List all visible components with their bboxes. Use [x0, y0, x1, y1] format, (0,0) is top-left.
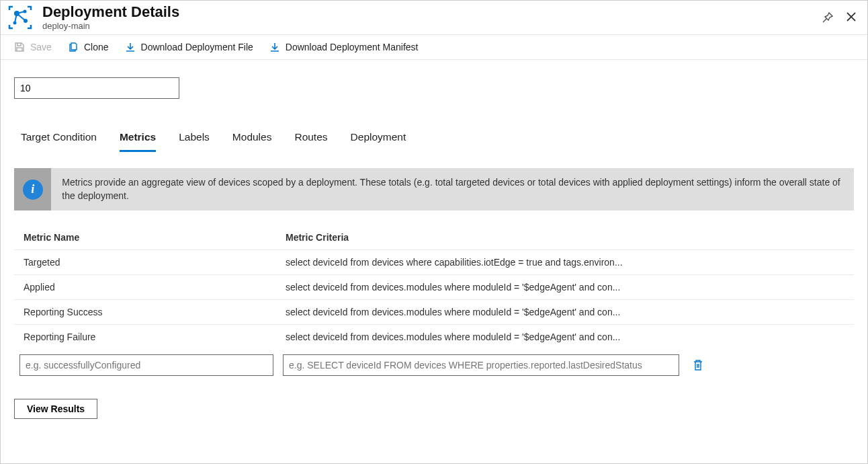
- tab-routes[interactable]: Routes: [294, 131, 327, 152]
- metric-criteria-cell: select deviceId from devices where capab…: [286, 257, 689, 268]
- metric-name-cell: Applied: [24, 282, 286, 293]
- download-icon: [269, 42, 280, 52]
- metric-criteria-input[interactable]: [283, 354, 679, 376]
- page-header: Deployment Details deploy-main: [1, 1, 867, 35]
- tab-bar: Target Condition Metrics Labels Modules …: [14, 131, 854, 152]
- download-icon: [125, 42, 136, 52]
- metric-name-cell: Reporting Success: [24, 307, 286, 317]
- download-file-button[interactable]: Download Deployment File: [125, 42, 253, 52]
- metric-name-cell: Targeted: [24, 257, 286, 268]
- clone-icon: [68, 42, 79, 52]
- download-file-label: Download Deployment File: [141, 42, 253, 52]
- clone-button[interactable]: Clone: [68, 42, 109, 52]
- new-metric-row: [14, 354, 854, 376]
- tab-target-condition[interactable]: Target Condition: [21, 131, 97, 152]
- table-row: Reporting Success select deviceId from d…: [14, 299, 854, 324]
- tab-modules[interactable]: Modules: [232, 131, 272, 152]
- view-results-button[interactable]: View Results: [14, 399, 97, 419]
- app-icon: [6, 3, 34, 32]
- metric-name-input[interactable]: [19, 354, 273, 376]
- info-icon-wrap: i: [14, 168, 51, 210]
- metric-criteria-cell: select deviceId from devices.modules whe…: [286, 307, 689, 317]
- pin-icon[interactable]: [822, 11, 834, 24]
- delete-icon[interactable]: [693, 359, 705, 371]
- download-manifest-button[interactable]: Download Deployment Manifest: [269, 42, 419, 52]
- metric-name-cell: Reporting Failure: [24, 332, 286, 342]
- tab-deployment[interactable]: Deployment: [351, 131, 406, 152]
- table-row: Targeted select deviceId from devices wh…: [14, 249, 854, 274]
- close-icon[interactable]: [846, 11, 858, 24]
- save-icon: [14, 42, 25, 52]
- page-title: Deployment Details: [42, 4, 179, 20]
- table-row: Reporting Failure select deviceId from d…: [14, 324, 854, 349]
- info-icon: i: [23, 180, 43, 200]
- clone-label: Clone: [84, 42, 109, 52]
- header-left: Deployment Details deploy-main: [6, 3, 179, 32]
- save-label: Save: [30, 42, 52, 52]
- toolbar: Save Clone Download Deployment File Down…: [1, 35, 867, 60]
- tab-labels[interactable]: Labels: [179, 131, 210, 152]
- metric-criteria-cell: select deviceId from devices.modules whe…: [286, 282, 689, 293]
- info-text: Metrics provide an aggregate view of dev…: [51, 168, 854, 210]
- page-subtitle: deploy-main: [42, 22, 179, 31]
- content-area[interactable]: Target Condition Metrics Labels Modules …: [1, 68, 867, 463]
- table-header: Metric Name Metric Criteria: [14, 225, 854, 249]
- table-row: Applied select deviceId from devices.mod…: [14, 274, 854, 299]
- priority-input[interactable]: [14, 77, 179, 99]
- deployment-details-page: Deployment Details deploy-main Save Clon…: [0, 0, 868, 464]
- tab-metrics[interactable]: Metrics: [120, 131, 156, 152]
- metrics-table: Metric Name Metric Criteria Targeted sel…: [14, 225, 854, 376]
- download-manifest-label: Download Deployment Manifest: [286, 42, 419, 52]
- header-metric-criteria: Metric Criteria: [286, 232, 844, 243]
- save-button: Save: [14, 42, 52, 52]
- header-metric-name: Metric Name: [24, 232, 286, 243]
- info-banner: i Metrics provide an aggregate view of d…: [14, 168, 854, 210]
- metric-criteria-cell: select deviceId from devices.modules whe…: [286, 332, 689, 342]
